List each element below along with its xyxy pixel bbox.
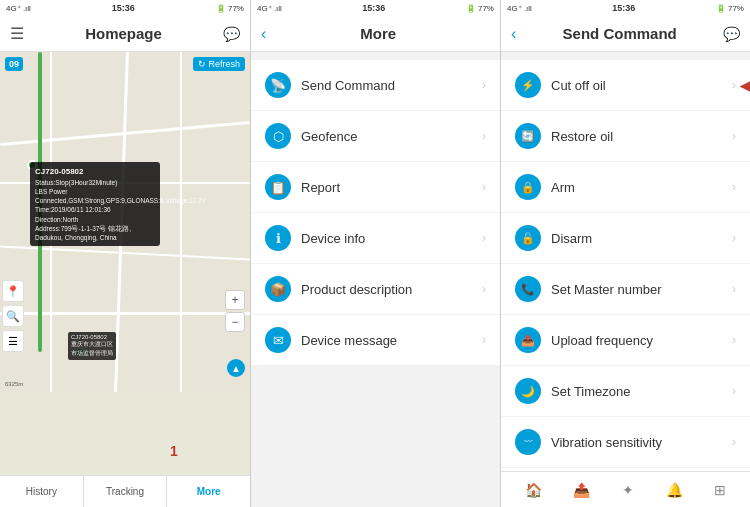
step-1-label: 1 [170,443,178,459]
menu-item-geofence[interactable]: ⬡ Geofence › [251,111,500,161]
tab-more[interactable]: More [167,476,250,507]
menu-item-label-device-message: Device message [301,333,482,348]
map-scale: 6325m [5,381,23,387]
signal-more: 4G⁺ .ıll [257,4,282,13]
set-master-number-label: Set Master number [551,282,732,297]
command-restore-oil[interactable]: 🔄 Restore oil › [501,111,750,161]
more-title: More [360,25,396,42]
geofence-icon: ⬡ [265,123,291,149]
map-controls: + − [225,290,245,332]
map-bottom-tabs: History Tracking More [0,475,250,507]
restore-oil-label: Restore oil [551,129,732,144]
disarm-label: Disarm [551,231,732,246]
chevron-set-master-number: › [732,282,736,296]
restore-oil-icon: 🔄 [515,123,541,149]
menu-item-product-desc[interactable]: 📦 Product description › [251,264,500,314]
refresh-icon: ↻ [198,59,206,69]
time-command: 15:36 [612,3,635,13]
hamburger-icon[interactable]: ☰ [10,24,24,43]
command-arm[interactable]: 🔒 Arm › [501,162,750,212]
signal-strength: 4G⁺ .ıll [6,4,31,13]
left-icon-2[interactable]: 🔍 [2,305,24,327]
send-command-icon: 📡 [265,72,291,98]
left-icon-1[interactable]: 📍 [2,280,24,302]
chevron-send-command: › [482,78,486,92]
panel-more: 4G⁺ .ıll 15:36 🔋 77% ‹ More 📡 Send Comma… [250,0,500,507]
refresh-button[interactable]: ↻ Refresh [193,57,245,71]
vehicle-id: CJ720-05802 [35,166,155,177]
bottom-home-icon[interactable]: 🏠 [525,482,542,498]
bottom-bell-icon[interactable]: 🔔 [666,482,683,498]
status-bar-map: 4G⁺ .ıll 15:36 🔋 77% [0,0,250,16]
bottom-grid-icon[interactable]: ⊞ [714,482,726,498]
command-header: ‹ Send Command 💬 [501,16,750,52]
command-title: Send Command [563,25,677,42]
command-set-master-number[interactable]: 📞 Set Master number › [501,264,750,314]
vibration-sensitivity-label: Vibration sensitivity [551,435,732,450]
map-area[interactable]: ↻ Refresh 09 CJ720-05802 Status:Stop(3Ho… [0,52,250,392]
tab-more-label: More [197,486,221,497]
chevron-cut-off-oil: › [732,78,736,92]
chevron-arm: › [732,180,736,194]
device-message-icon: ✉ [265,327,291,353]
status-bar-command: 4G⁺ .ıll 15:36 🔋 77% [501,0,750,16]
battery-more: 🔋 77% [466,4,494,13]
report-icon: 📋 [265,174,291,200]
chevron-vibration-sensitivity: › [732,435,736,449]
vehicle-popup: CJ720-05802 Status:Stop(3Hour32Minute)LB… [30,162,160,246]
command-back-icon[interactable]: ‹ [511,25,516,43]
chevron-device-info: › [482,231,486,245]
menu-item-label-report: Report [301,180,482,195]
bottom-share-icon[interactable]: 📤 [573,482,590,498]
upload-frequency-label: Upload frequency [551,333,732,348]
menu-item-send-command[interactable]: 📡 Send Command › ◀ 2 [251,60,500,110]
command-list: ⚡ Cut off oil › ◀ 3 🔄 Restore oil › 🔒 Ar… [501,52,750,471]
menu-item-device-info[interactable]: ℹ Device info › [251,213,500,263]
cut-off-oil-icon: ⚡ [515,72,541,98]
panel-send-command: 4G⁺ .ıll 15:36 🔋 77% ‹ Send Command 💬 ⚡ … [500,0,750,507]
arm-icon: 🔒 [515,174,541,200]
device-info-icon: ℹ [265,225,291,251]
command-set-timezone[interactable]: 🌙 Set Timezone › [501,366,750,416]
command-bottom-bar: 🏠 📤 ✦ 🔔 ⊞ [501,471,750,507]
command-header-right[interactable]: 💬 [723,26,740,42]
set-master-number-icon: 📞 [515,276,541,302]
chevron-upload-frequency: › [732,333,736,347]
back-icon[interactable]: ‹ [261,25,266,43]
chat-icon[interactable]: 💬 [223,26,240,42]
chevron-restore-oil: › [732,129,736,143]
chevron-geofence: › [482,129,486,143]
battery-command: 🔋 77% [716,4,744,13]
menu-item-report[interactable]: 📋 Report › [251,162,500,212]
left-icon-3[interactable]: ☰ [2,330,24,352]
menu-item-label-device-info: Device info [301,231,482,246]
tab-tracking[interactable]: Tracking [84,476,168,507]
zoom-out-button[interactable]: − [225,312,245,332]
tab-history[interactable]: History [0,476,84,507]
vibration-sensitivity-icon: 〰 [515,429,541,455]
more-header: ‹ More [251,16,500,52]
set-timezone-icon: 🌙 [515,378,541,404]
command-cut-off-oil[interactable]: ⚡ Cut off oil › ◀ 3 [501,60,750,110]
signal-command: 4G⁺ .ıll [507,4,532,13]
command-vibration-sensitivity[interactable]: 〰 Vibration sensitivity › [501,417,750,467]
panel-map: 4G⁺ .ıll 15:36 🔋 77% ☰ Homepage 💬 ↻ Refr… [0,0,250,507]
map-road [180,52,182,392]
set-timezone-label: Set Timezone [551,384,732,399]
zoom-in-button[interactable]: + [225,290,245,310]
map-left-controls: 📍 🔍 ☰ [2,280,24,352]
command-disarm[interactable]: 🔓 Disarm › [501,213,750,263]
navigation-arrow[interactable]: ▲ [227,359,245,377]
more-menu-list: 📡 Send Command › ◀ 2 ⬡ Geofence › 📋 Repo… [251,52,500,507]
upload-frequency-icon: 📤 [515,327,541,353]
menu-item-label-product-desc: Product description [301,282,482,297]
menu-item-device-message[interactable]: ✉ Device message › [251,315,500,365]
chevron-disarm: › [732,231,736,245]
tab-history-label: History [26,486,57,497]
bottom-star-icon[interactable]: ✦ [622,482,634,498]
time-more: 15:36 [362,3,385,13]
command-upload-frequency[interactable]: 📤 Upload frequency › [501,315,750,365]
tab-tracking-label: Tracking [106,486,144,497]
status-bar-more: 4G⁺ .ıll 15:36 🔋 77% [251,0,500,16]
command-reboot[interactable]: ↺ Reboot › [501,468,750,471]
